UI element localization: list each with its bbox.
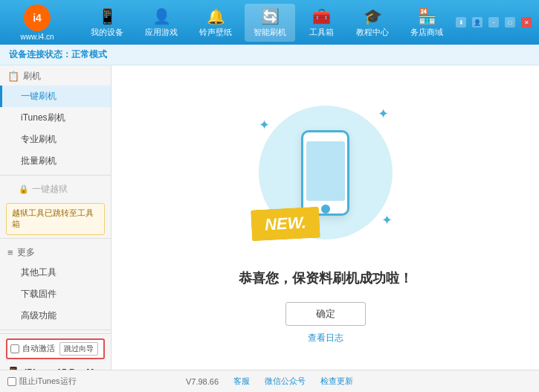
phone-home-button <box>321 205 330 213</box>
connection-status-value: 正常模式 <box>71 48 107 61</box>
auto-activate-label: 自动激活 <box>22 343 55 354</box>
nav-service[interactable]: 🏪 务店商域 <box>401 4 452 42</box>
footer-center: V7.98.66 客服 微信公众号 检查更新 <box>7 376 532 387</box>
sidebar-divider-2 <box>0 238 111 239</box>
more-section-icon: ≡ <box>7 247 13 258</box>
sidebar-item-itunes-flash[interactable]: iTunes刷机 <box>0 107 111 129</box>
main-layout: 📋 刷机 一键刷机 iTunes刷机 专业刷机 批量刷机 🔒 一键越狱 越狱工具… <box>0 65 539 370</box>
footer-left: 阻止iTunes运行 <box>7 376 77 387</box>
maximize-btn[interactable]: □ <box>505 17 515 28</box>
nav-smart-flash[interactable]: 🔄 智能刷机 <box>245 4 295 42</box>
sidebar-item-one-key-flash[interactable]: 一键刷机 <box>0 86 111 107</box>
auto-activate-row: 自动激活 跳过向导 <box>6 338 105 359</box>
sidebar-item-batch-flash[interactable]: 批量刷机 <box>0 150 111 172</box>
logo-icon: i4 <box>24 4 51 31</box>
sparkle-icon-1: ✦ <box>378 106 389 122</box>
sparkle-icon-3: ✦ <box>381 212 393 228</box>
sidebar-flash-section[interactable]: 📋 刷机 <box>0 65 111 86</box>
sidebar-item-advanced[interactable]: 高级功能 <box>0 305 111 327</box>
nav-ringtone-label: 铃声壁纸 <box>199 27 232 38</box>
device-info: 📱 iPhone 15 Pro Max <box>6 364 105 370</box>
sparkle-icon-2: ✦ <box>259 117 270 133</box>
logo-area: i4 www.i4.cn <box>7 4 67 41</box>
nav-apps-games[interactable]: 👤 应用游戏 <box>136 4 187 42</box>
account-btn[interactable]: 👤 <box>472 17 482 28</box>
nav-service-label: 务店商域 <box>410 27 443 38</box>
footer-update-link[interactable]: 检查更新 <box>320 376 353 387</box>
minimize-btn[interactable]: － <box>488 17 499 28</box>
nav-toolbox-label: 工具箱 <box>309 27 334 38</box>
new-badge: NEW. <box>250 207 320 242</box>
nav-smart-flash-label: 智能刷机 <box>254 27 286 38</box>
service-icon: 🏪 <box>418 7 436 25</box>
success-message: 恭喜您，保资料刷机成功啦！ <box>239 269 413 287</box>
itunes-check: 阻止iTunes运行 <box>7 376 77 387</box>
skip-guide-btn[interactable]: 跳过向导 <box>59 342 98 356</box>
sidebar: 📋 刷机 一键刷机 iTunes刷机 专业刷机 批量刷机 🔒 一键越狱 越狱工具… <box>0 65 112 370</box>
apps-games-icon: 👤 <box>152 7 171 25</box>
phone-screen <box>306 141 345 201</box>
sidebar-item-pro-flash[interactable]: 专业刷机 <box>0 129 111 150</box>
sidebar-item-other-tools[interactable]: 其他工具 <box>0 262 111 283</box>
itunes-label: 阻止iTunes运行 <box>19 376 77 387</box>
content-area: NEW. ✦ ✦ ✦ 恭喜您，保资料刷机成功啦！ 确定 查看日志 <box>112 65 539 370</box>
my-device-icon: 📱 <box>98 7 117 25</box>
jailbreak-notice: 越狱工具已跳转至工具箱 <box>6 203 105 235</box>
phone-body <box>301 130 349 216</box>
confirm-button[interactable]: 确定 <box>285 302 366 326</box>
footer-version: V7.98.66 <box>186 377 219 386</box>
smart-flash-icon: 🔄 <box>261 7 280 25</box>
phone-illustration: NEW. ✦ ✦ ✦ <box>244 91 407 254</box>
nav-tutorials[interactable]: 🎓 教程中心 <box>347 4 398 42</box>
view-log-link[interactable]: 查看日志 <box>308 332 343 344</box>
footer-wechat-link[interactable]: 微信公众号 <box>265 376 306 387</box>
sidebar-item-jailbreak-disabled: 🔒 一键越狱 <box>0 179 111 200</box>
sidebar-divider-3 <box>0 330 111 330</box>
download-btn[interactable]: ⬇ <box>456 17 466 28</box>
sidebar-more-section[interactable]: ≡ 更多 <box>0 242 111 262</box>
nav-my-device[interactable]: 📱 我的设备 <box>82 4 132 42</box>
nav-ringtone[interactable]: 🔔 铃声壁纸 <box>190 4 241 42</box>
nav-apps-games-label: 应用游戏 <box>145 27 178 38</box>
header-right: ⬇ 👤 － □ ✕ <box>456 17 532 28</box>
app-header: i4 www.i4.cn 📱 我的设备 👤 应用游戏 🔔 铃声壁纸 🔄 智能刷机… <box>0 0 539 45</box>
sidebar-divider-1 <box>0 175 111 176</box>
flash-section-icon: 📋 <box>7 71 19 82</box>
nav-tutorials-label: 教程中心 <box>356 27 389 38</box>
sidebar-item-download-fw[interactable]: 下载固件 <box>0 283 111 305</box>
sub-header: 设备连接状态： 正常模式 <box>0 45 539 65</box>
footer-bar: 阻止iTunes运行 V7.98.66 客服 微信公众号 检查更新 <box>0 370 539 392</box>
flash-section-label: 刷机 <box>23 70 41 83</box>
toolbox-icon: 🧰 <box>312 7 331 25</box>
logo-subtitle: www.i4.cn <box>20 33 54 41</box>
close-btn[interactable]: ✕ <box>521 17 532 28</box>
device-panel: 自动激活 跳过向导 📱 iPhone 15 Pro Max 512GB iPho… <box>0 333 111 370</box>
connection-status-prefix: 设备连接状态： <box>9 48 71 61</box>
auto-activate-checkbox[interactable] <box>10 344 19 353</box>
footer-help-link[interactable]: 客服 <box>233 376 250 387</box>
tutorials-icon: 🎓 <box>364 7 382 25</box>
nav-toolbox[interactable]: 🧰 工具箱 <box>299 4 343 42</box>
ringtone-icon: 🔔 <box>207 7 225 25</box>
nav-my-device-label: 我的设备 <box>91 27 123 38</box>
nav-bar: 📱 我的设备 👤 应用游戏 🔔 铃声壁纸 🔄 智能刷机 🧰 工具箱 🎓 教程中心… <box>78 4 456 42</box>
itunes-checkbox[interactable] <box>7 377 16 386</box>
more-section-label: 更多 <box>17 246 35 259</box>
lock-icon: 🔒 <box>19 184 29 194</box>
